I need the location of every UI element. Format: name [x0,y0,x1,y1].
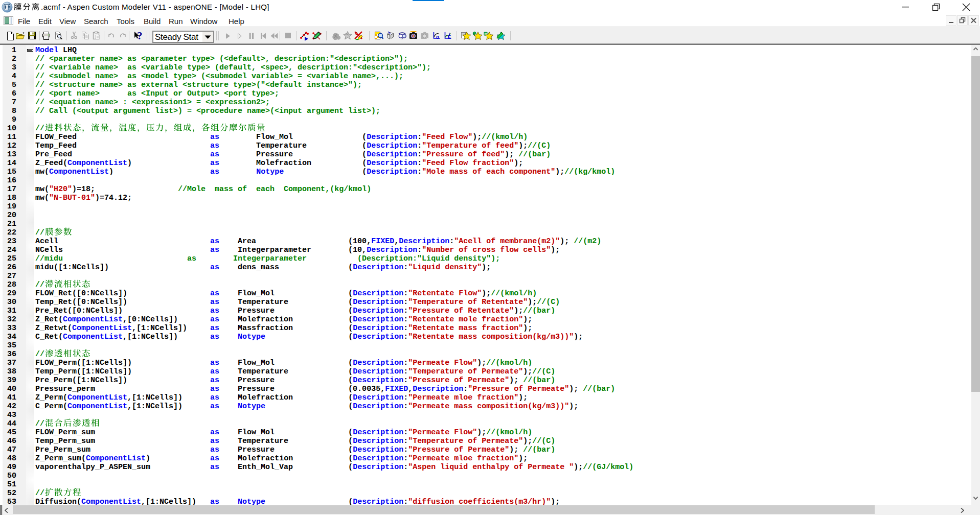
svg-text:E: E [448,35,451,40]
svg-text:o: o [436,35,439,40]
svg-text:?: ? [137,31,143,41]
